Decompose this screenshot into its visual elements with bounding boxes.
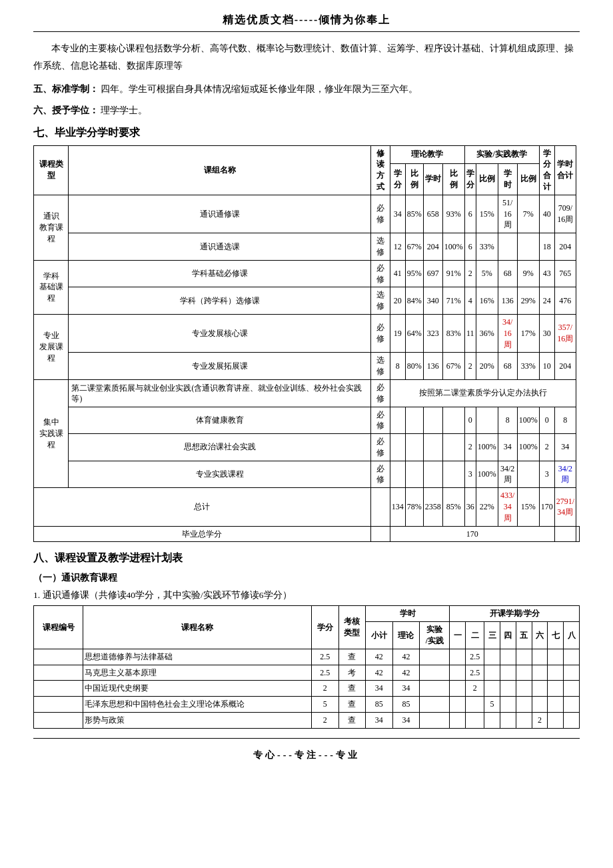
- section6-heading: 六、授予学位：: [33, 105, 99, 115]
- header-title: 精选优质文档-----倾情为你奉上: [33, 13, 580, 27]
- method-bixiu: 必修: [370, 195, 390, 233]
- th-sem5: 五: [516, 622, 532, 649]
- col-hours-total: 学时合计: [554, 145, 576, 195]
- table-row: 专业发展课程 专业发展核心课 必修 19 64% 323 83% 11 36% …: [34, 314, 580, 352]
- col-course-name: 课程名称: [83, 606, 312, 649]
- th-sem6: 六: [532, 622, 548, 649]
- th-hours-theory: 理论: [392, 622, 420, 649]
- table-row: 马克思主义基本原理 2.5 考 42 42 2.5: [34, 665, 580, 681]
- col-exam-type: 考核类型: [338, 606, 366, 649]
- th-prac-ratio1: 比例: [476, 163, 498, 195]
- th-prac-credit: 学分: [464, 163, 476, 195]
- intro-text: 本专业的主要核心课程包括数学分析、高等代数、概率论与数理统计、数值计算、运筹学、…: [33, 40, 580, 74]
- col-semester-header: 开课学期/学分: [450, 606, 580, 622]
- th-sem3: 三: [484, 622, 500, 649]
- col-course-type: 课程类型: [34, 145, 69, 195]
- course-table: 课程编号 课程名称 学分 考核类型 学时 开课学期/学分 小计 理论 实验/实践…: [33, 605, 580, 728]
- th-sem1: 一: [450, 622, 466, 649]
- th-theory-ratio2: 比例: [442, 163, 464, 195]
- table-row: 思想政治课社会实践 必修 2 100% 34 100% 2 34: [34, 434, 580, 461]
- th-theory-hours: 学时: [423, 163, 442, 195]
- section5: 五、标准学制： 四年。学生可根据自身具体情况缩短或延长修业年限，修业年限为三至六…: [33, 81, 580, 98]
- col-prac-header: 实验/实践教学: [464, 145, 539, 163]
- col-course-code: 课程编号: [34, 606, 83, 649]
- th-prac-ratio2: 比例: [517, 163, 539, 195]
- table-row: 通识通选课 选修 12 67% 204 100% 6 33% 18 204: [34, 233, 580, 261]
- total-row: 总计 134 78% 2358 85% 36 22% 433/34周 15% 1…: [34, 488, 580, 526]
- section5-text: 四年。学生可根据自身具体情况缩短或延长修业年限，修业年限为三至六年。: [101, 84, 418, 94]
- section6-text: 理学学士。: [101, 105, 147, 115]
- course-tongxiu: 通识通修课: [69, 195, 371, 233]
- th-prac-hours: 学时: [498, 163, 517, 195]
- table-row: 体育健康教育 必修 0 8 100% 0 8: [34, 407, 580, 434]
- table-row: 中国近现代史纲要 2 查 34 34 2: [34, 681, 580, 697]
- section6: 六、授予学位： 理学学士。: [33, 102, 580, 119]
- table-row: 思想道德修养与法律基础 2.5 查 42 42 2.5: [34, 649, 580, 665]
- th-hours-prac: 实验/实践: [420, 622, 450, 649]
- table-row: 专业发展拓展课 选修 8 80% 136 67% 2 20% 68 33% 10…: [34, 353, 580, 380]
- th-sem7: 七: [548, 622, 564, 649]
- table-row: 通识教育课程 通识通修课 必修 34 85% 658 93% 6 15% 51/…: [34, 195, 580, 233]
- graduation-row: 毕业总学分 170: [34, 526, 580, 542]
- section8-sub1-1: 1. 通识通修课（共修读40学分，其中实验/实践环节修读6学分）: [33, 589, 580, 601]
- col-credit-total: 学分合计: [539, 145, 554, 195]
- th-sem2: 二: [466, 622, 484, 649]
- col-course-group: 课组名称: [69, 145, 371, 195]
- header-divider: [33, 31, 580, 32]
- col-credit: 学分: [311, 606, 338, 649]
- section8-heading: 八、课程设置及教学进程计划表: [33, 551, 580, 565]
- section7-heading: 七、毕业学分学时要求: [33, 126, 580, 140]
- section5-heading: 五、标准学制：: [33, 84, 99, 94]
- table-row: 专业实践课程 必修 3 100% 34/2周 3 34/2周: [34, 461, 580, 488]
- table-row: 集中实践课程 第二课堂素质拓展与就业创业实践(含通识教育讲座、就业创业训练、校外…: [34, 379, 580, 407]
- footer-text: 专心---专注---专业: [33, 749, 580, 761]
- grad-table: 课程类型 课组名称 修读方式 理论教学 实验/实践教学 学分合计 学时合计 学分…: [33, 145, 580, 543]
- type-tongshi: 通识教育课程: [34, 195, 69, 260]
- th-sem8: 八: [564, 622, 580, 649]
- footer-divider: [33, 738, 580, 739]
- section8-sub1: （一）通识教育课程: [33, 572, 580, 584]
- table-row: 形势与政策 2 查 34 34 2: [34, 713, 580, 729]
- th-theory-ratio1: 比例: [405, 163, 423, 195]
- th-hours-total: 小计: [366, 622, 393, 649]
- th-sem4: 四: [500, 622, 516, 649]
- th-theory-credit: 学分: [390, 163, 405, 195]
- table-row: 毛泽东思想和中国特色社会主义理论体系概论 5 查 85 85 5: [34, 697, 580, 713]
- table-row: 学科（跨学科）选修课 选修 20 84% 340 71% 4 16% 136 2…: [34, 287, 580, 315]
- table-row: 学科基础课程 学科基础必修课 必修 41 95% 697 91% 2 5% 68…: [34, 260, 580, 287]
- col-theory-header: 理论教学: [390, 145, 464, 163]
- col-hours-header: 学时: [366, 606, 450, 622]
- col-study-method: 修读方式: [370, 145, 390, 195]
